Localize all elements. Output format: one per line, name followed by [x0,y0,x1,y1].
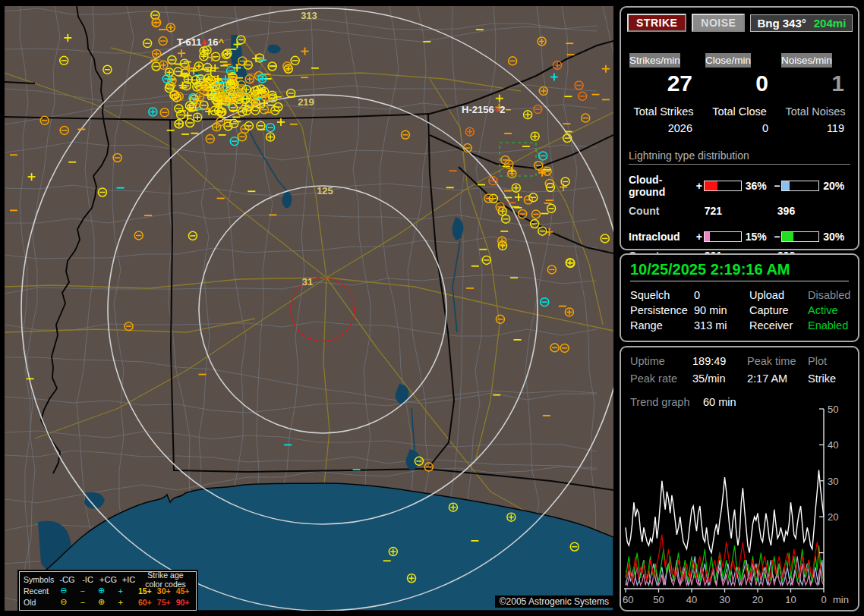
total-noises-label: Total Noises [777,105,853,118]
legend-neg-ic-header: -IC [77,575,98,584]
receiver-status: Enabled [808,319,858,335]
circle-plus-icon: ⊕ [92,586,111,596]
y-axis-tick-label: 30 [828,476,838,487]
peak-rate-value: 35/min [692,372,747,390]
close-per-min-badge[interactable]: Close/min [705,53,751,68]
plus-icon: + [111,586,130,596]
circle-plus-icon: ⊕ [92,597,111,607]
uptime-value: 189:49 [692,355,747,372]
x-axis-tick-label: 20 [752,594,763,605]
lightning-type-distribution: Lightning type distribution Cloud-ground… [629,149,850,262]
bearing-range-value: 204mi [814,17,847,30]
datetime-display: 10/25/2025 2:19:16 AM [630,261,849,281]
cg-neg-percent: 20% [819,180,850,192]
bearing-readout: Bng 343°204mi [750,14,853,32]
cloud-ground-row: Cloud-ground + 36% − 20% [629,174,850,198]
total-strikes-value: 2026 [626,118,702,134]
minus-icon: − [73,598,92,607]
x-axis-tick-label: 30 [719,594,730,605]
range-ring-label: 31 [302,276,313,288]
capture-status: Active [808,304,858,319]
legend-old-row: Old ⊖ − ⊕ + 60+ 75+ 90+ [20,596,196,608]
copyright-notice: ©2005 Astrogenic Systems [495,596,613,608]
minus-sign: − [772,231,781,243]
age-60-label: 60+ [135,598,154,607]
peak-time-value: 2:17 AM [747,372,808,390]
trend-panel: Uptime 189:49 Peak time Plot Peak rate 3… [620,346,859,611]
close-per-min-column: Close/min 0 Total Close 0 [702,53,777,134]
legend-pos-ic-header: +IC [118,575,139,584]
cg-neg-bar [781,181,819,191]
control-panel: STRIKE NOISE Bng 343°204mi Strikes/min 2… [618,0,862,616]
map-legend: Symbols -CG -IC +CG +IC Strike age color… [19,571,197,611]
age-45-label: 45+ [173,586,192,596]
age-15-label: 15+ [135,586,154,596]
minus-sign: − [772,180,781,192]
squelch-row: Squelch 0 Upload Disabled [630,289,858,304]
y-axis-tick-label: 50 [828,405,838,415]
total-close-label: Total Close [702,105,777,118]
close-per-min-value: 0 [702,68,777,99]
range-ring-label: 313 [301,10,317,21]
total-strikes-label: Total Strikes [626,105,702,118]
ic-pos-percent: 15% [742,231,773,243]
total-noises-value: 119 [777,118,853,134]
storm-cell-label: H-2156+2− [462,104,511,115]
strike-trend-chart: 504030206050403020100min [623,405,856,608]
y-axis-tick-label: 20 [828,511,838,523]
strike-button[interactable]: STRIKE [627,14,686,32]
bearing-value: Bng 343° [757,17,806,30]
minus-icon: − [73,586,92,596]
cg-pos-percent: 36% [742,180,773,192]
x-axis-tick-label: 40 [686,594,697,605]
stormtracker-window: 31321912531T-611+16^H-2156+2− Symbols -C… [0,0,864,616]
peak-rate-row: Peak rate 35/min 2:17 AM Strike [630,372,858,390]
noises-per-min-column: Noises/min 1 Total Noises 119 [777,53,853,134]
cg-pos-bar [704,181,742,191]
plus-sign: + [695,231,704,243]
squelch-value: 0 [694,289,749,304]
noises-per-min-badge[interactable]: Noises/min [781,53,832,68]
x-axis-tick-label: 0 [821,594,826,605]
plus-icon: + [111,598,130,607]
persistence-row: Persistence 90 min Capture Active [630,304,858,319]
strikes-per-min-value: 27 [626,68,702,99]
legend-header-row: Symbols -CG -IC +CG +IC Strike age color… [20,574,196,585]
ic-pos-bar [704,231,742,242]
strikes-per-min-badge[interactable]: Strikes/min [629,53,680,68]
circle-minus-icon: ⊖ [55,597,74,607]
x-axis-unit-label: min [833,594,849,605]
ic-neg-percent: 30% [819,231,850,243]
plus-sign: + [695,180,704,192]
age-75-label: 75+ [154,598,173,607]
legend-pos-cg-header: +CG [98,575,118,584]
age-90-label: 90+ [173,598,192,607]
statistics-panel: STRIKE NOISE Bng 343°204mi Strikes/min 2… [620,6,859,250]
noise-button[interactable]: NOISE [692,14,745,32]
cloud-ground-count-row: Count 721 396 [629,205,850,217]
ic-neg-bar [781,231,819,242]
legend-symbols-header: Symbols [24,575,57,584]
legend-neg-cg-header: -CG [57,575,77,584]
strikes-per-min-column: Strikes/min 27 Total Strikes 2026 [626,53,702,134]
intracloud-row: Intracloud + 15% − 30% [629,231,850,243]
noises-per-min-value: 1 [777,68,853,99]
distribution-title: Lightning type distribution [629,149,850,165]
y-axis-tick-label: 40 [828,439,838,451]
range-ring-label: 125 [317,185,333,196]
circle-minus-icon: ⊖ [55,586,74,596]
lightning-map[interactable]: 31321912531T-611+16^H-2156+2− Symbols -C… [5,6,613,611]
trend-series-Total [626,470,824,553]
range-row: Range 313 mi Receiver Enabled [630,319,858,335]
cg-pos-count: 721 [705,205,777,217]
lightning-map-canvas[interactable]: 31321912531T-611+16^H-2156+2− [5,6,613,611]
legend-recent-row: Recent ⊖ − ⊕ + 15+ 30+ 45+ [20,585,196,596]
uptime-row: Uptime 189:49 Peak time Plot [630,355,858,372]
plot-mode-value: Strike [808,372,858,390]
upload-status: Disabled [808,289,858,304]
total-close-value: 0 [702,118,777,134]
age-30-label: 30+ [154,586,173,596]
x-axis-tick-label: 10 [785,594,796,605]
x-axis-tick-label: 50 [653,594,664,605]
range-value: 313 mi [694,319,749,335]
